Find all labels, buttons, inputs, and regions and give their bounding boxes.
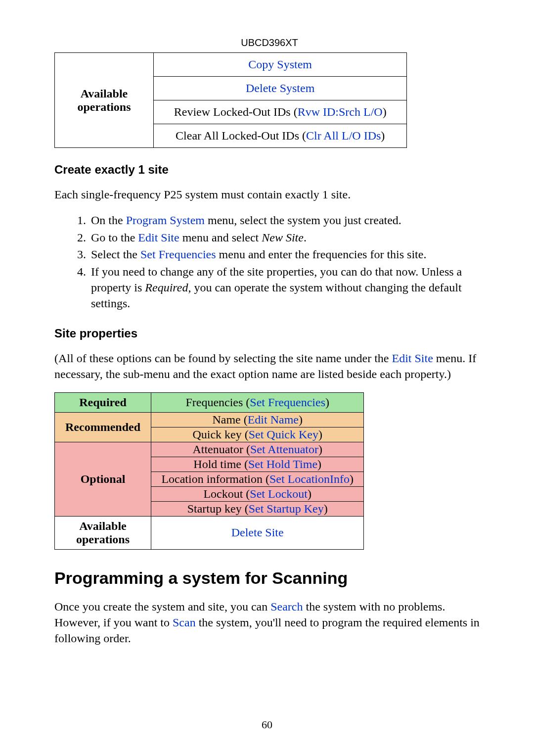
step-1: On the Program System menu, select the s… — [89, 212, 485, 228]
doc-header: UBCD396XT — [54, 37, 485, 48]
clr-prefix: Clear All Locked-Out IDs ( — [176, 129, 306, 142]
set-hold-time-link[interactable]: Set Hold Time — [248, 458, 317, 471]
ps-a: Once you create the system and site, you… — [54, 600, 270, 613]
clr-all-link[interactable]: Clr All L/O IDs — [306, 129, 381, 142]
opt2-pre: Location information ( — [161, 472, 269, 485]
opt0-post: ) — [318, 443, 322, 456]
set-quick-key-link[interactable]: Set Quick Key — [249, 428, 318, 441]
opt1-post: ) — [317, 458, 321, 471]
optional-row-0: Attenuator (Set Attenuator) — [151, 442, 364, 457]
set-frequencies-link[interactable]: Set Frequencies — [140, 248, 216, 261]
delete-system-link[interactable]: Delete System — [246, 82, 314, 94]
copy-system-link[interactable]: Copy System — [248, 58, 312, 71]
available-operations-table-1: Available operations Copy System Delete … — [54, 52, 407, 148]
recommended-row-1: Quick key (Set Quick Key) — [151, 427, 364, 442]
rec1-post: ) — [318, 428, 322, 441]
required-row-0: Frequencies (Set Frequencies) — [151, 392, 364, 412]
req0-pre: Frequencies ( — [185, 396, 250, 409]
set-locationinfo-link[interactable]: Set LocationInfo — [269, 472, 350, 485]
step2-em: New Site — [262, 231, 304, 244]
opt4-post: ) — [324, 502, 328, 515]
rec0-post: ) — [299, 413, 303, 426]
clr-suffix: ) — [381, 129, 385, 142]
opt2-post: ) — [350, 472, 354, 485]
available-row-0: Delete Site — [151, 516, 364, 549]
step2-post: menu and select — [179, 231, 262, 244]
opt3-post: ) — [308, 487, 312, 500]
create-site-intro: Each single-frequency P25 system must co… — [54, 187, 485, 202]
opt1-pre: Hold time ( — [193, 458, 248, 471]
scan-link[interactable]: Scan — [173, 616, 196, 629]
program-system-link[interactable]: Program System — [126, 214, 205, 227]
recommended-row-0: Name (Edit Name) — [151, 412, 364, 427]
delete-site-link[interactable]: Delete Site — [231, 526, 284, 539]
step3-pre: Select the — [91, 248, 140, 261]
create-site-steps: On the Program System menu, select the s… — [89, 212, 485, 311]
req0-post: ) — [325, 396, 329, 409]
edit-name-link[interactable]: Edit Name — [248, 413, 299, 426]
search-link[interactable]: Search — [270, 600, 303, 613]
optional-row-3: Lockout (Set Lockout) — [151, 486, 364, 501]
opt4-pre: Startup key ( — [187, 502, 249, 515]
rvw-id-link[interactable]: Rvw ID:Srch L/O — [298, 105, 383, 118]
recommended-label: Recommended — [55, 412, 151, 442]
optional-row-1: Hold time (Set Hold Time) — [151, 457, 364, 472]
step2-tail: . — [304, 231, 307, 244]
table1-row-1: Delete System — [154, 77, 407, 100]
rec0-pre: Name ( — [212, 413, 247, 426]
opt0-pre: Attenuator ( — [192, 443, 250, 456]
step2-pre: Go to the — [91, 231, 138, 244]
step3-post: menu and enter the frequencies for this … — [216, 248, 427, 261]
required-label: Required — [55, 392, 151, 412]
set-startup-key-link[interactable]: Set Startup Key — [249, 502, 324, 515]
site-properties-intro: (All of these options can be found by se… — [54, 350, 485, 382]
available-ops-label: Available operations — [55, 516, 151, 549]
opt3-pre: Lockout ( — [203, 487, 250, 500]
create-site-heading: Create exactly 1 site — [54, 163, 485, 177]
set-lockout-link[interactable]: Set Lockout — [250, 487, 308, 500]
programming-scanning-para: Once you create the system and site, you… — [54, 599, 485, 647]
step-3: Select the Set Frequencies menu and ente… — [89, 246, 485, 262]
sp-intro-pre: (All of these options can be found by se… — [54, 352, 392, 365]
table1-row-0: Copy System — [154, 53, 407, 77]
table1-rowlabel: Available operations — [55, 53, 154, 148]
programming-scanning-heading: Programming a system for Scanning — [54, 568, 485, 588]
rvw-suffix: ) — [383, 105, 387, 118]
rec1-pre: Quick key ( — [192, 428, 248, 441]
table1-row-3: Clear All Locked-Out IDs (Clr All L/O ID… — [154, 124, 407, 148]
edit-site-link[interactable]: Edit Site — [138, 231, 179, 244]
optional-label: Optional — [55, 442, 151, 516]
set-frequencies-link-2[interactable]: Set Frequencies — [250, 396, 325, 409]
table1-row-2: Review Locked-Out IDs (Rvw ID:Srch L/O) — [154, 100, 407, 124]
optional-row-2: Location information (Set LocationInfo) — [151, 472, 364, 486]
rvw-prefix: Review Locked-Out IDs ( — [174, 105, 298, 118]
set-attenuator-link[interactable]: Set Attenuator — [250, 443, 318, 456]
site-properties-heading: Site properties — [54, 327, 485, 340]
page-number: 60 — [0, 718, 534, 731]
edit-site-link-2[interactable]: Edit Site — [392, 352, 433, 365]
step1-pre: On the — [91, 214, 126, 227]
step-2: Go to the Edit Site menu and select New … — [89, 230, 485, 245]
step-4: If you need to change any of the site pr… — [89, 264, 485, 312]
step1-post: menu, select the system you just created… — [205, 214, 401, 227]
optional-row-4: Startup key (Set Startup Key) — [151, 501, 364, 516]
step4-em: Required — [145, 281, 188, 294]
site-properties-table: Required Frequencies (Set Frequencies) R… — [54, 392, 364, 550]
